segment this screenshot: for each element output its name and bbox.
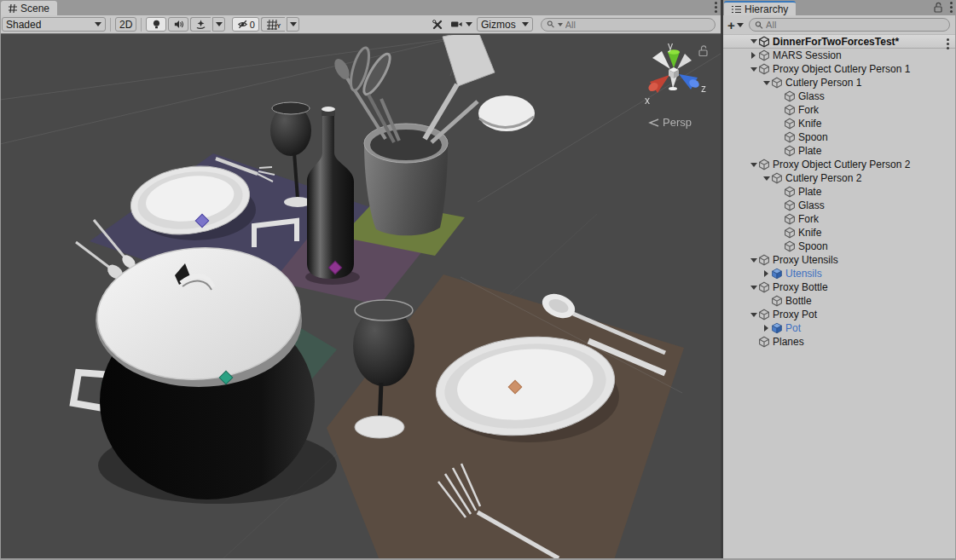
pane-divider[interactable] [721, 0, 723, 560]
effects-dropdown-button[interactable] [212, 17, 225, 32]
hierarchy-item-proxy-object-cutlery-person-1[interactable]: Proxy Object Cutlery Person 1 [723, 62, 956, 76]
hierarchy-pane-menu-icon[interactable] [950, 2, 953, 4]
search-filter-caret-icon[interactable] [558, 23, 563, 26]
expand-arrow[interactable] [749, 39, 758, 43]
gameobject-icon [758, 336, 770, 348]
grid-dropdown-button[interactable] [287, 17, 299, 32]
scene-viewport[interactable]: y x z Persp [0, 35, 721, 558]
hierarchy-item-knife[interactable]: Knife [723, 117, 956, 130]
expand-arrow[interactable] [749, 67, 758, 72]
hierarchy-item-utensils[interactable]: Utensils [723, 267, 956, 280]
expand-arrow[interactable] [762, 176, 771, 181]
scene-search-field [541, 18, 716, 32]
hierarchy-item-cutlery-person-1[interactable]: Cutlery Person 1 [723, 76, 956, 89]
expand-arrow[interactable] [762, 325, 771, 332]
expand-arrow[interactable] [762, 270, 771, 277]
hierarchy-item-label: Proxy Object Cutlery Person 2 [773, 159, 910, 170]
add-gameobject-button[interactable]: + [726, 18, 745, 32]
gameobject-icon [758, 254, 770, 266]
hierarchy-pane: Hierarchy + [723, 0, 956, 560]
hierarchy-item-label: Plate [798, 186, 821, 198]
expand-arrow[interactable] [749, 163, 758, 167]
scene-pane-menu-icon[interactable] [715, 2, 717, 4]
hierarchy-item-mars-session[interactable]: MARS Session [723, 49, 956, 62]
gameobject-icon [784, 213, 796, 225]
gameobject-icon [784, 145, 796, 157]
hierarchy-item-bottle[interactable]: Bottle [723, 294, 956, 308]
scene-tab-label: Scene [20, 3, 49, 14]
scene-3d-render[interactable]: y x z Persp [0, 35, 721, 558]
expand-arrow[interactable] [749, 258, 758, 263]
hierarchy-item-proxy-object-cutlery-person-2[interactable]: Proxy Object Cutlery Person 2 [723, 158, 956, 171]
expand-arrow[interactable] [762, 81, 771, 85]
hidden-count: 0 [250, 20, 255, 30]
2d-toggle-button[interactable]: 2D [115, 17, 136, 32]
expand-arrow[interactable] [749, 286, 758, 290]
gameobject-icon [758, 49, 770, 61]
hierarchy-item-spoon[interactable]: Spoon [723, 240, 956, 253]
hierarchy-item-spoon[interactable]: Spoon [723, 130, 956, 144]
gameobject-icon [784, 227, 796, 239]
hierarchy-item-label: Proxy Utensils [773, 254, 838, 266]
hierarchy-item-glass[interactable]: Glass [723, 199, 956, 212]
visibility-toggle-button[interactable]: 0 [232, 17, 259, 32]
hierarchy-item-plate[interactable]: Plate [723, 144, 956, 158]
tools-icon [432, 19, 443, 31]
ladle-bowl [478, 95, 535, 131]
hierarchy-item-label: Knife [798, 227, 821, 239]
gameobject-icon [784, 240, 796, 252]
hierarchy-item-planes[interactable]: Planes [723, 335, 956, 349]
scene-root-menu-icon[interactable] [947, 38, 949, 41]
axis-y-label: y [668, 40, 673, 52]
gameobject-icon [758, 281, 770, 293]
hierarchy-search-input[interactable] [766, 20, 944, 30]
gizmos-label: Gizmos [481, 19, 516, 31]
lighting-toggle-button[interactable] [146, 17, 166, 32]
eye-slash-icon [237, 19, 248, 30]
hierarchy-item-label: Pot [785, 322, 801, 334]
hierarchy-item-label: Spoon [798, 240, 828, 252]
hierarchy-item-fork[interactable]: Fork [723, 103, 956, 117]
search-icon [755, 20, 763, 30]
scene-root-row[interactable]: DinnerForTwoForcesTest* [723, 34, 956, 49]
grid-visibility-button[interactable]: Y [261, 17, 285, 32]
audio-toggle-button[interactable] [168, 17, 188, 32]
scene-pane: Scene Shaded 2D [0, 0, 721, 560]
expand-arrow[interactable] [749, 313, 758, 317]
hierarchy-tab-label: Hierarchy [745, 3, 788, 15]
tab-hierarchy[interactable]: Hierarchy [724, 1, 796, 15]
axis-z-label: z [701, 83, 706, 95]
hierarchy-item-label: Glass [798, 90, 825, 102]
hierarchy-item-proxy-utensils[interactable]: Proxy Utensils [723, 253, 956, 267]
grid-axis-label: Y [277, 23, 281, 31]
unity-scene-icon [758, 36, 770, 48]
hierarchy-item-label: MARS Session [773, 49, 842, 61]
draw-mode-dropdown[interactable]: Shaded [2, 17, 106, 32]
projection-label[interactable]: Persp [663, 116, 692, 129]
hierarchy-item-plate[interactable]: Plate [723, 185, 956, 199]
chevron-down-icon [290, 22, 297, 26]
lock-icon[interactable] [933, 2, 943, 13]
hierarchy-item-fork[interactable]: Fork [723, 212, 956, 226]
grid-tab-icon [9, 4, 17, 13]
scene-search-input[interactable] [565, 20, 710, 30]
chevron-down-icon [95, 22, 101, 26]
gizmos-dropdown[interactable]: Gizmos [477, 17, 533, 32]
hierarchy-item-proxy-pot[interactable]: Proxy Pot [723, 308, 956, 321]
window-frame [0, 15, 1, 560]
effects-toggle-button[interactable] [190, 17, 211, 32]
tab-scene[interactable]: Scene [1, 1, 57, 15]
hierarchy-item-pot[interactable]: Pot [723, 321, 956, 335]
effects-icon [195, 19, 206, 30]
component-tools-button[interactable] [429, 17, 446, 32]
camera-settings-button[interactable] [448, 17, 475, 32]
hierarchy-item-cutlery-person-2[interactable]: Cutlery Person 2 [723, 171, 956, 185]
chevron-down-icon [522, 22, 529, 26]
hierarchy-item-proxy-bottle[interactable]: Proxy Bottle [723, 280, 956, 294]
hierarchy-item-knife[interactable]: Knife [723, 226, 956, 240]
expand-arrow[interactable] [749, 52, 758, 59]
hierarchy-item-label: Cutlery Person 1 [785, 77, 861, 89]
axis-x-label: x [645, 95, 650, 107]
chevron-down-icon [216, 22, 223, 26]
hierarchy-item-glass[interactable]: Glass [723, 89, 956, 103]
